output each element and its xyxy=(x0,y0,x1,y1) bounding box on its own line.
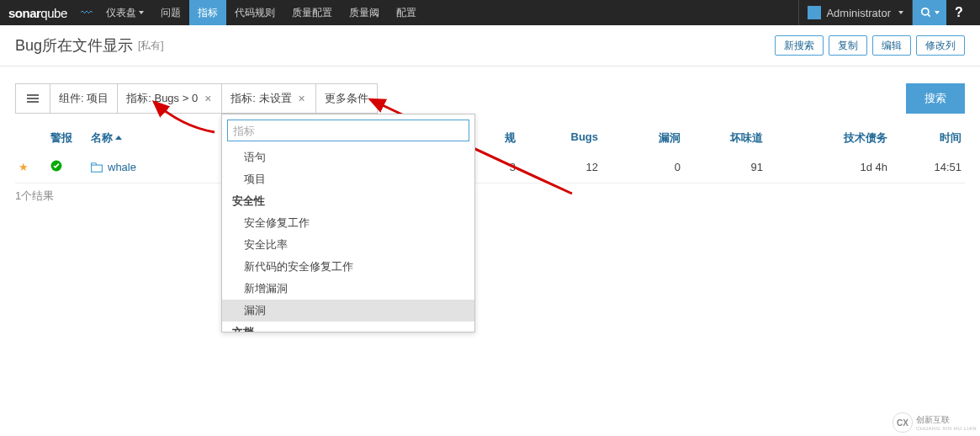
filter-bar: 组件: 项目 指标: Bugs > 0 × 指标: 未设置 × 语句项目安全性安… xyxy=(15,83,965,114)
user-avatar-icon xyxy=(808,6,821,19)
cell-vuln: 0 xyxy=(601,157,684,177)
nav-issues[interactable]: 问题 xyxy=(152,0,189,25)
search-icon xyxy=(920,7,932,19)
new-search-button[interactable]: 新搜索 xyxy=(775,35,824,56)
metric-option[interactable]: 新增漏洞 xyxy=(222,278,474,300)
nav-profiles[interactable]: 质量配置 xyxy=(283,0,341,25)
metric-dropdown: 语句项目安全性安全修复工作安全比率新代码的安全修复工作新增漏洞漏洞文档公共API xyxy=(221,114,475,332)
metric-option[interactable]: 漏洞 xyxy=(222,300,474,322)
svg-rect-3 xyxy=(92,165,103,172)
metric-category: 安全性 xyxy=(222,190,474,212)
svg-line-1 xyxy=(927,14,930,17)
watermark-text: 创新互联 xyxy=(916,414,977,426)
search-button[interactable]: 搜索 xyxy=(906,83,965,114)
cell-debt: 1d 4h xyxy=(766,157,891,177)
metric-option[interactable]: 安全比率 xyxy=(222,234,474,256)
metric-option[interactable]: 新代码的安全修复工作 xyxy=(222,256,474,278)
status-ok-icon xyxy=(47,157,87,178)
wave-icon: 〰 xyxy=(81,6,93,19)
page-title: Bug所在文件显示 xyxy=(15,35,133,56)
cell-time: 14:51 xyxy=(891,157,965,177)
copy-button[interactable]: 复制 xyxy=(829,35,867,56)
global-search-button[interactable] xyxy=(913,0,946,25)
metric-option[interactable]: 项目 xyxy=(222,168,474,190)
user-name: Administrator xyxy=(826,7,891,19)
brand-logo[interactable]: sonarqube xyxy=(8,6,67,20)
project-cell[interactable]: whale xyxy=(87,157,237,177)
project-icon xyxy=(91,162,103,173)
filter-component[interactable]: 组件: 项目 xyxy=(50,83,118,114)
help-button[interactable]: ? xyxy=(946,5,972,20)
nav-gates[interactable]: 质量阈 xyxy=(341,0,388,25)
result-count: 1个结果 xyxy=(15,189,965,204)
metric-category: 文档 xyxy=(222,322,474,332)
col-alert[interactable]: 警报 xyxy=(47,125,87,151)
table-row[interactable]: ★ whale 3 12 0 91 1d 4h 14:51 xyxy=(15,152,965,183)
edit-button[interactable]: 编辑 xyxy=(872,35,911,56)
cell-smells: 91 xyxy=(684,157,766,177)
page-header: Bug所在文件显示 [私有] 新搜索 复制 编辑 修改列 xyxy=(0,25,980,66)
results-table: 警报 名称 规 Bugs 漏洞 坏味道 技术债务 时间 ★ whale 3 12… xyxy=(15,125,965,204)
project-name: whale xyxy=(108,161,136,173)
metric-option-list[interactable]: 语句项目安全性安全修复工作安全比率新代码的安全修复工作新增漏洞漏洞文档公共API xyxy=(222,146,474,332)
filter-metric-bugs[interactable]: 指标: Bugs > 0 × xyxy=(117,83,222,114)
col-vuln[interactable]: 漏洞 xyxy=(601,125,684,151)
change-columns-button[interactable]: 修改列 xyxy=(916,35,965,56)
col-debt[interactable]: 技术债务 xyxy=(766,125,891,151)
close-icon[interactable]: × xyxy=(203,92,213,105)
close-icon[interactable]: × xyxy=(297,92,307,105)
filter-label: 指标: 未设置 xyxy=(230,91,291,106)
metric-option[interactable]: 安全修复工作 xyxy=(222,212,474,234)
col-hidden[interactable]: 规 xyxy=(487,125,519,151)
top-nav: sonarqube 〰 仪表盘 问题 指标 代码规则 质量配置 质量阈 配置 A… xyxy=(0,0,980,25)
col-time[interactable]: 时间 xyxy=(891,125,965,151)
metric-option[interactable]: 语句 xyxy=(222,146,474,168)
table-header: 警报 名称 规 Bugs 漏洞 坏味道 技术债务 时间 xyxy=(15,125,965,152)
nav-rules[interactable]: 代码规则 xyxy=(226,0,283,25)
filter-metric-unset[interactable]: 指标: 未设置 × 语句项目安全性安全修复工作安全比率新代码的安全修复工作新增漏… xyxy=(221,83,315,114)
cell-bugs: 12 xyxy=(519,157,601,177)
col-bugs[interactable]: Bugs xyxy=(519,125,601,148)
col-name[interactable]: 名称 xyxy=(87,125,237,151)
cell-hidden: 3 xyxy=(487,157,519,177)
caret-down-icon xyxy=(898,11,903,14)
watermark: CX 创新互联 CHUANG XIN HU LIAN xyxy=(893,412,977,433)
nav-measures[interactable]: 指标 xyxy=(189,0,226,25)
watermark-logo-icon: CX xyxy=(893,412,913,433)
svg-point-0 xyxy=(921,8,928,15)
filter-more[interactable]: 更多条件 xyxy=(315,83,378,114)
caret-down-icon xyxy=(935,11,940,14)
star-icon[interactable]: ★ xyxy=(15,157,47,177)
nav-admin[interactable]: 配置 xyxy=(388,0,425,25)
page-tag: [私有] xyxy=(138,39,164,53)
user-menu[interactable]: Administrator xyxy=(798,0,913,25)
list-icon xyxy=(27,94,39,103)
watermark-sub: CHUANG XIN HU LIAN xyxy=(916,426,977,431)
col-smells[interactable]: 坏味道 xyxy=(684,125,766,151)
nav-dashboard[interactable]: 仪表盘 xyxy=(98,0,152,25)
filter-label: 指标: Bugs > 0 xyxy=(126,91,198,106)
display-mode-toggle[interactable] xyxy=(15,83,50,114)
metric-search-input[interactable] xyxy=(227,120,469,141)
